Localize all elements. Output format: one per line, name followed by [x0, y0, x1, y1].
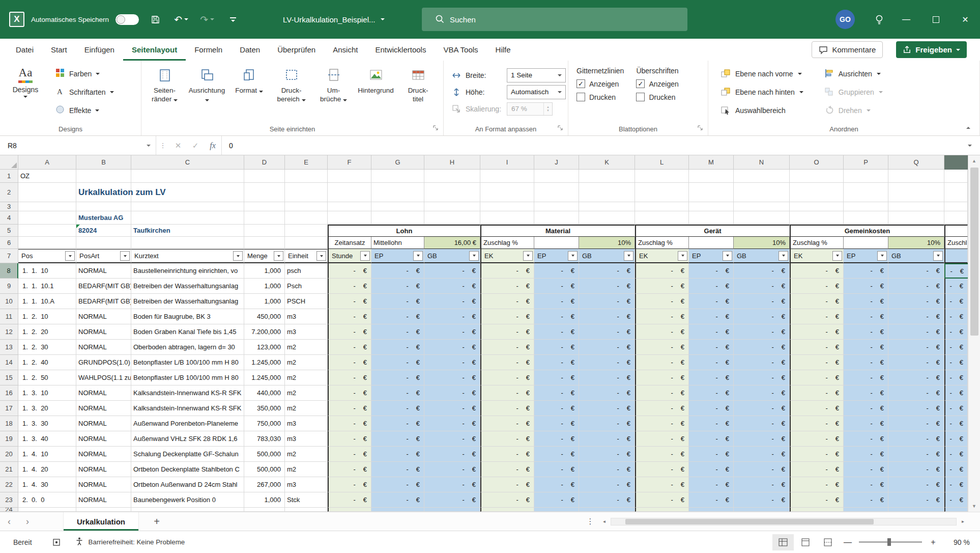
filter-button[interactable]: [469, 251, 479, 261]
cell-r23[interactable]: -€: [944, 492, 968, 508]
cell-f18[interactable]: -€: [328, 416, 371, 431]
cell-f16[interactable]: -€: [328, 385, 371, 401]
cell-r21[interactable]: -€: [944, 462, 968, 477]
row-header-5[interactable]: 5: [0, 225, 18, 237]
cell-p18[interactable]: -€: [844, 416, 888, 431]
cell-kurztext-9[interactable]: Betreiben der Wasserhaltungsanlag: [131, 279, 244, 294]
cell-m23[interactable]: -€: [689, 492, 734, 508]
filter-header-stunde-f[interactable]: Stunde: [328, 249, 371, 263]
cell-o22[interactable]: -€: [790, 477, 844, 492]
zoom-in-button[interactable]: +: [925, 538, 941, 547]
insert-function-button[interactable]: fx: [204, 136, 221, 155]
filter-button[interactable]: [120, 251, 130, 261]
height-select[interactable]: Automatisch: [507, 85, 566, 99]
cell-m2[interactable]: [689, 183, 734, 202]
cell-a3[interactable]: [18, 202, 76, 211]
row-header-9[interactable]: 9: [0, 279, 18, 294]
cell-j24[interactable]: [534, 508, 579, 512]
cell-kurztext-14[interactable]: Betonpflaster L/B 100/100 mm H 80: [131, 355, 244, 370]
cell-posart-13[interactable]: NORMAL: [76, 340, 131, 355]
cell-g22[interactable]: -€: [371, 477, 424, 492]
cell-kurztext-13[interactable]: Oberboden abtragen, lagern d= 30: [131, 340, 244, 355]
cell-menge-10[interactable]: 1,000: [244, 294, 285, 309]
column-header-p[interactable]: P: [844, 155, 888, 170]
cell-i9[interactable]: -€: [480, 279, 534, 294]
cell-a6[interactable]: [18, 237, 76, 249]
cell-m17[interactable]: -€: [689, 401, 734, 416]
cell-r14[interactable]: -€: [944, 355, 968, 370]
cell-posart-9[interactable]: BEDARF(MIT GB): [76, 279, 131, 294]
cell-m14[interactable]: -€: [689, 355, 734, 370]
cell-k11[interactable]: -€: [579, 309, 635, 324]
cell-menge-19[interactable]: 783,030: [244, 431, 285, 447]
cell-i12[interactable]: -€: [480, 324, 534, 340]
cell-p16[interactable]: -€: [844, 385, 888, 401]
cell-f20[interactable]: -€: [328, 447, 371, 462]
cell-m1[interactable]: [689, 170, 734, 183]
cell-f9[interactable]: -€: [328, 279, 371, 294]
filter-button[interactable]: [877, 251, 887, 261]
cell-k2[interactable]: [579, 183, 635, 202]
cell-n14[interactable]: -€: [734, 355, 790, 370]
cell-i17[interactable]: -€: [480, 401, 534, 416]
page-setup-print-titles-button[interactable]: Druck-titel: [397, 65, 439, 103]
cell-e5[interactable]: [285, 225, 328, 237]
save-button[interactable]: [146, 8, 165, 31]
avatar[interactable]: GO: [835, 10, 855, 29]
cell-p9[interactable]: -€: [844, 279, 888, 294]
cell-j17[interactable]: -€: [534, 401, 579, 416]
cell-pos-17[interactable]: 1. 3. 20: [18, 401, 76, 416]
column-header-g[interactable]: G: [371, 155, 424, 170]
cell-n13[interactable]: -€: [734, 340, 790, 355]
cell-f1[interactable]: [328, 170, 371, 183]
cell-einheit-16[interactable]: m2: [285, 385, 328, 401]
gridlines-view-checkbox[interactable]: ✓ Anzeigen: [577, 79, 624, 88]
cell-n24[interactable]: [734, 508, 790, 512]
lightbulb-button[interactable]: [867, 0, 891, 39]
cell-j21[interactable]: -€: [534, 462, 579, 477]
row-header-1[interactable]: 1: [0, 170, 18, 183]
comments-button[interactable]: Kommentare: [812, 41, 883, 58]
cell-l17[interactable]: -€: [635, 401, 689, 416]
cell-m15[interactable]: -€: [689, 370, 734, 385]
cell-k21[interactable]: -€: [579, 462, 635, 477]
merged-header-gemeinkosten[interactable]: Gemeinkosten: [790, 225, 944, 237]
cell-l21[interactable]: -€: [635, 462, 689, 477]
cell-g19[interactable]: -€: [371, 431, 424, 447]
cell-k3[interactable]: [579, 202, 635, 211]
cell-d1[interactable]: [244, 170, 285, 183]
cell-j4[interactable]: [534, 211, 579, 225]
cell-j22[interactable]: -€: [534, 477, 579, 492]
cell-e3[interactable]: [285, 202, 328, 211]
sheet-tab-urkalkulation[interactable]: Urkalkulation: [63, 512, 139, 531]
cell-posart-21[interactable]: NORMAL: [76, 462, 131, 477]
tab-seitenlayout[interactable]: Seitenlayout: [123, 39, 186, 61]
cell-posart-14[interactable]: GRUNDPOS(1.0): [76, 355, 131, 370]
cell-pos-23[interactable]: 2. 0. 0: [18, 492, 76, 508]
cell-g15[interactable]: -€: [371, 370, 424, 385]
cell-l12[interactable]: -€: [635, 324, 689, 340]
cell-l14[interactable]: -€: [635, 355, 689, 370]
cell-r6-partial[interactable]: Zuschl: [944, 237, 968, 249]
sheet-scroll-menu-icon[interactable]: ⋮: [584, 517, 596, 526]
filter-header-ep-g[interactable]: EP: [371, 249, 424, 263]
cell-posart-10[interactable]: BEDARF(MIT GB): [76, 294, 131, 309]
cell-k17[interactable]: -€: [579, 401, 635, 416]
cell-a2[interactable]: [18, 183, 76, 202]
cell-posart-11[interactable]: NORMAL: [76, 309, 131, 324]
cell-f4[interactable]: [328, 211, 371, 225]
cell-o23[interactable]: -€: [790, 492, 844, 508]
cell-menge-14[interactable]: 1.245,000: [244, 355, 285, 370]
cell-kurztext-18[interactable]: Außenwand Porenbeton-Planeleme: [131, 416, 244, 431]
filter-header-ep-j[interactable]: EP: [534, 249, 579, 263]
tab-ansicht[interactable]: Ansicht: [324, 39, 366, 61]
filter-header-pos-a[interactable]: Pos: [18, 249, 76, 263]
column-header-m[interactable]: M: [689, 155, 734, 170]
cell-n1[interactable]: [734, 170, 790, 183]
cell-d5[interactable]: [244, 225, 285, 237]
cell-p23[interactable]: -€: [844, 492, 888, 508]
cell-l22[interactable]: -€: [635, 477, 689, 492]
cell-g3[interactable]: [371, 202, 424, 211]
cell-menge-20[interactable]: 500,000: [244, 447, 285, 462]
cell-i15[interactable]: -€: [480, 370, 534, 385]
